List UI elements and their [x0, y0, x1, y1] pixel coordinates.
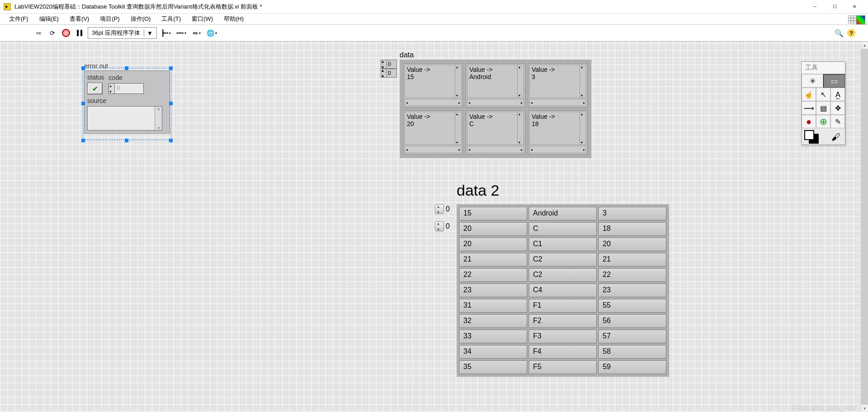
data2-idx-val-1[interactable]: 0	[446, 222, 455, 230]
table-cell[interactable]: F1	[529, 299, 597, 313]
variant-cell[interactable]: Value -> 15◂▸	[403, 63, 463, 108]
scrollbar[interactable]	[517, 65, 524, 98]
table-cell[interactable]: C	[529, 222, 597, 236]
table-cell[interactable]: C2	[529, 268, 597, 282]
table-cell[interactable]: 23	[459, 284, 527, 297]
distribute-button[interactable]: ╍╍	[175, 28, 188, 38]
scrollbar[interactable]	[517, 112, 524, 145]
table-cell[interactable]: F4	[529, 345, 597, 359]
minimize-button[interactable]: ─	[805, 0, 825, 13]
menu-window[interactable]: 窗口(W)	[187, 14, 217, 24]
table-cell[interactable]: 59	[599, 360, 666, 374]
variant-cell[interactable]: Value -> Android◂▸	[466, 63, 525, 108]
scrollbar[interactable]	[580, 112, 586, 145]
color-tool[interactable]: 🖌	[802, 128, 845, 145]
h-scrollbar[interactable]: ◂▸	[467, 99, 524, 106]
table-cell[interactable]: 20	[599, 238, 666, 251]
table-cell[interactable]: 33	[459, 330, 527, 343]
table-cell[interactable]: 21	[599, 253, 666, 267]
table-cell[interactable]: C4	[529, 284, 597, 297]
auto-tool-icon[interactable]: ✳	[802, 74, 823, 88]
finger-icon[interactable]: ☝	[802, 88, 816, 101]
menu-tools[interactable]: 工具(T)	[157, 14, 185, 24]
h-scrollbar[interactable]: ◂▸	[529, 99, 586, 106]
vi-icon[interactable]	[856, 15, 865, 24]
scrollbar[interactable]	[455, 112, 461, 145]
table-cell[interactable]: 57	[599, 330, 666, 343]
scrollbar[interactable]	[155, 107, 162, 130]
code-value[interactable]: 0	[115, 83, 144, 94]
close-button[interactable]: ✕	[844, 0, 864, 13]
table-cell[interactable]: 56	[599, 314, 666, 328]
menu-help[interactable]: 帮助(H)	[219, 14, 248, 24]
idx-spin-0[interactable]	[381, 60, 387, 69]
menu-view[interactable]: 查看(V)	[65, 14, 94, 24]
tools-palette[interactable]: 工具 ✳ ▭ ☝ ↖ A̲ ⟿ ▤ ✥ ● ⊕ ✎ 🖌	[801, 61, 845, 145]
scroll-icon[interactable]: ✥	[830, 101, 845, 115]
h-scrollbar[interactable]: ◂▸	[405, 99, 462, 106]
wire-icon[interactable]: ⟿	[802, 101, 816, 115]
idx-val-0[interactable]: 0	[387, 60, 397, 69]
table-cell[interactable]: 34	[459, 345, 527, 359]
variant-cell[interactable]: Value -> 20◂▸	[403, 110, 463, 154]
h-scrollbar[interactable]: ◂▸	[405, 146, 462, 153]
table-cell[interactable]: 20	[459, 238, 527, 251]
pause-button[interactable]	[74, 28, 85, 38]
fg-color[interactable]	[804, 130, 814, 140]
help-icon[interactable]: ?	[847, 29, 855, 37]
menu-operate[interactable]: 操作(O)	[126, 14, 156, 24]
run-continuous-button[interactable]: ⟳	[47, 28, 58, 38]
data2-table[interactable]: 15Android320C1820C12021C22122C22223C4233…	[457, 204, 669, 377]
front-panel-canvas[interactable]: error out status ✔ code 0 source	[0, 42, 868, 412]
text-icon[interactable]: A̲	[830, 88, 845, 101]
table-cell[interactable]: Android	[529, 207, 597, 220]
menu-edit[interactable]: 编辑(E)	[35, 14, 63, 24]
variant-cell[interactable]: Value -> 3◂▸	[528, 63, 588, 108]
table-cell[interactable]: F3	[529, 330, 597, 343]
search-icon[interactable]: 🔍	[835, 29, 844, 37]
maximize-button[interactable]: ☐	[825, 0, 844, 13]
scrollbar[interactable]	[455, 65, 461, 98]
align-button[interactable]: ┣╍	[160, 28, 172, 38]
resize-button[interactable]: ⇔	[190, 28, 203, 38]
h-scrollbar[interactable]: ◂▸	[467, 146, 524, 153]
font-selector[interactable]: 36pt 应用程序字体 ▼	[88, 27, 157, 39]
idx-spin-1[interactable]	[381, 69, 387, 78]
table-cell[interactable]: 23	[599, 284, 666, 297]
abort-button[interactable]	[61, 28, 71, 38]
data-variant-array[interactable]: Value -> 15◂▸Value -> Android◂▸Value -> …	[400, 60, 591, 158]
table-cell[interactable]: 15	[459, 207, 527, 220]
data2-idx-val-0[interactable]: 0	[446, 205, 455, 213]
table-cell[interactable]: 55	[599, 299, 666, 313]
variant-cell[interactable]: Value -> 18◂▸	[528, 110, 588, 154]
probe-icon[interactable]: ⊕	[816, 115, 830, 128]
layout-grid-icon[interactable]	[848, 15, 856, 24]
table-cell[interactable]: 20	[459, 222, 527, 236]
scrollbar[interactable]	[580, 65, 586, 98]
idx-val-1[interactable]: 0	[387, 69, 397, 78]
reorder-button[interactable]: 🌐	[206, 28, 218, 38]
arrow-icon[interactable]: ↖	[816, 88, 830, 101]
run-button[interactable]: ⇨	[33, 28, 44, 38]
table-cell[interactable]: 3	[599, 207, 666, 220]
table-cell[interactable]: 22	[459, 268, 527, 282]
table-cell[interactable]: 18	[599, 222, 666, 236]
table-cell[interactable]: 22	[599, 268, 666, 282]
table-cell[interactable]: C2	[529, 253, 597, 267]
h-scrollbar[interactable]: ◂▸	[529, 146, 586, 153]
menu-icon[interactable]: ▤	[816, 101, 830, 115]
error-out-cluster[interactable]: error out status ✔ code 0 source	[84, 62, 170, 134]
table-cell[interactable]: 32	[459, 314, 527, 328]
table-cell[interactable]: 21	[459, 253, 527, 267]
auto-select-icon[interactable]: ▭	[823, 74, 845, 88]
table-cell[interactable]: 35	[459, 360, 527, 374]
table-cell[interactable]: F2	[529, 314, 597, 328]
breakpoint-icon[interactable]: ●	[802, 115, 816, 128]
data2-idx-spin-1[interactable]	[435, 221, 444, 231]
variant-cell[interactable]: Value -> C◂▸	[466, 110, 525, 154]
source-text[interactable]	[87, 106, 162, 131]
eyedropper-icon[interactable]: ✎	[830, 115, 845, 128]
menu-project[interactable]: 项目(P)	[95, 14, 124, 24]
data2-idx-spin-0[interactable]	[435, 204, 444, 214]
table-cell[interactable]: F5	[529, 360, 597, 374]
